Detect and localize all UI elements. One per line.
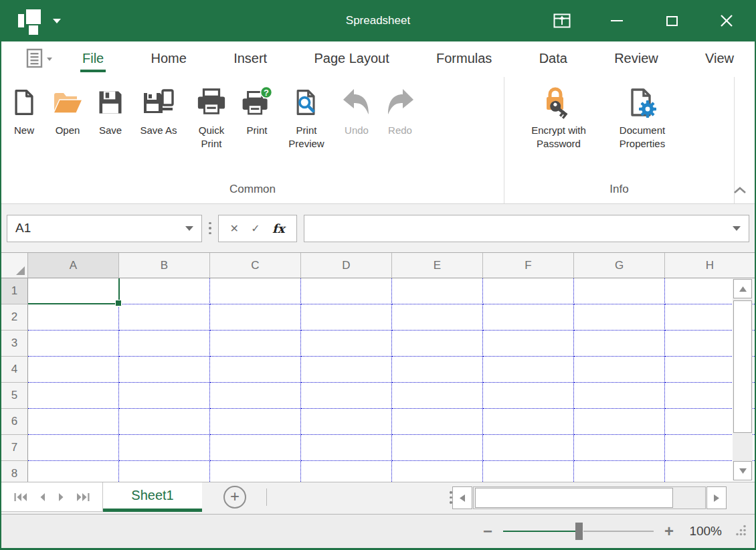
cell-c3[interactable]: [210, 331, 301, 357]
cell-e7[interactable]: [392, 435, 483, 461]
cell-d5[interactable]: [301, 383, 392, 409]
row-header-1[interactable]: 1: [1, 278, 28, 304]
cell-a7[interactable]: [28, 435, 119, 461]
quick-print-button[interactable]: Quick Print: [189, 85, 234, 151]
last-sheet-icon[interactable]: [76, 492, 90, 502]
cell-b8[interactable]: [119, 461, 210, 482]
cell-f5[interactable]: [483, 383, 574, 409]
cell-d4[interactable]: [301, 357, 392, 383]
row-header-8[interactable]: 8: [1, 461, 28, 482]
cell-e6[interactable]: [392, 409, 483, 435]
cell-e8[interactable]: [392, 461, 483, 482]
cell-e2[interactable]: [392, 304, 483, 331]
cell-f7[interactable]: [483, 435, 574, 461]
redo-button[interactable]: Redo: [380, 85, 420, 139]
cell-g1[interactable]: [574, 278, 665, 304]
cell-g3[interactable]: [574, 331, 665, 357]
cell-c5[interactable]: [210, 383, 301, 409]
column-header-d[interactable]: D: [301, 253, 392, 278]
select-all-corner[interactable]: [1, 253, 28, 278]
pin-window-icon[interactable]: [550, 9, 574, 33]
row-header-5[interactable]: 5: [1, 383, 28, 409]
cell-f4[interactable]: [483, 357, 574, 383]
cell-b1[interactable]: [119, 278, 210, 304]
undo-button[interactable]: Undo: [337, 85, 376, 139]
cell-g4[interactable]: [574, 357, 665, 383]
scroll-up-button[interactable]: [733, 279, 752, 298]
cell-e3[interactable]: [392, 331, 483, 357]
print-button[interactable]: ? Print: [238, 85, 276, 139]
row-header-4[interactable]: 4: [1, 357, 28, 383]
cell-c2[interactable]: [210, 304, 301, 331]
cell-g2[interactable]: [574, 304, 665, 331]
next-sheet-icon[interactable]: [58, 492, 64, 502]
save-button[interactable]: Save: [92, 85, 128, 139]
cell-c6[interactable]: [210, 409, 301, 435]
scroll-down-button[interactable]: [733, 461, 752, 480]
row-header-3[interactable]: 3: [1, 331, 28, 357]
column-header-c[interactable]: C: [210, 253, 301, 278]
scroll-left-button[interactable]: [452, 486, 472, 509]
name-box-chevron-down-icon[interactable]: [185, 226, 193, 231]
print-preview-button[interactable]: Print Preview: [280, 85, 333, 151]
name-box[interactable]: A1: [7, 215, 202, 242]
cell-d7[interactable]: [301, 435, 392, 461]
cell-d2[interactable]: [301, 304, 392, 331]
cell-e1[interactable]: [392, 278, 483, 304]
cell-g5[interactable]: [574, 383, 665, 409]
previous-sheet-icon[interactable]: [39, 492, 45, 502]
column-header-f[interactable]: F: [483, 253, 574, 278]
open-button[interactable]: Open: [47, 85, 88, 139]
document-properties-button[interactable]: Document Properties: [607, 85, 677, 151]
cell-a3[interactable]: [28, 331, 119, 357]
cell-g7[interactable]: [574, 435, 665, 461]
horizontal-scrollbar[interactable]: [473, 486, 706, 509]
insert-function-button[interactable]: fx: [272, 221, 284, 236]
add-sheet-button[interactable]: +: [223, 486, 246, 509]
cell-b4[interactable]: [119, 357, 210, 383]
horizontal-scrollbar-thumb[interactable]: [475, 488, 673, 508]
tab-insert[interactable]: Insert: [230, 47, 270, 72]
column-header-h[interactable]: H: [665, 253, 755, 278]
cell-e5[interactable]: [392, 383, 483, 409]
fill-handle[interactable]: [115, 300, 122, 306]
save-as-button[interactable]: Save As: [132, 85, 185, 139]
new-button[interactable]: New: [5, 85, 43, 139]
cell-b2[interactable]: [119, 304, 210, 331]
cell-d1[interactable]: [301, 278, 392, 304]
zoom-out-button[interactable]: −: [483, 522, 492, 541]
formula-bar-splitter[interactable]: [209, 222, 211, 235]
vertical-scrollbar-thumb[interactable]: [733, 300, 752, 433]
horizontal-scrollbar-splitter[interactable]: [450, 491, 452, 504]
tab-review[interactable]: Review: [611, 47, 662, 72]
cell-c7[interactable]: [210, 435, 301, 461]
cell-a4[interactable]: [28, 357, 119, 383]
cell-a5[interactable]: [28, 383, 119, 409]
tab-home[interactable]: Home: [148, 47, 190, 72]
column-header-g[interactable]: G: [574, 253, 665, 278]
tab-data[interactable]: Data: [536, 47, 571, 72]
resize-grip-icon[interactable]: [735, 525, 747, 539]
cell-b5[interactable]: [119, 383, 210, 409]
cell-b3[interactable]: [119, 331, 210, 357]
cell-a2[interactable]: [28, 304, 119, 331]
minimize-icon[interactable]: [605, 9, 629, 33]
cell-d8[interactable]: [301, 461, 392, 482]
cell-g8[interactable]: [574, 461, 665, 482]
row-header-6[interactable]: 6: [1, 409, 28, 435]
cell-d3[interactable]: [301, 331, 392, 357]
formula-input[interactable]: [304, 215, 750, 242]
zoom-slider-thumb[interactable]: [575, 523, 583, 540]
first-sheet-icon[interactable]: [14, 492, 27, 502]
row-header-2[interactable]: 2: [1, 304, 28, 331]
cell-b6[interactable]: [119, 409, 210, 435]
cell-g6[interactable]: [574, 409, 665, 435]
row-header-7[interactable]: 7: [1, 435, 28, 461]
cell-c4[interactable]: [210, 357, 301, 383]
cell-e4[interactable]: [392, 357, 483, 383]
column-header-a[interactable]: A: [28, 253, 119, 278]
cell-f2[interactable]: [483, 304, 574, 331]
maximize-icon[interactable]: [660, 9, 684, 33]
collapse-ribbon-icon[interactable]: [733, 185, 747, 197]
column-header-e[interactable]: E: [392, 253, 483, 278]
